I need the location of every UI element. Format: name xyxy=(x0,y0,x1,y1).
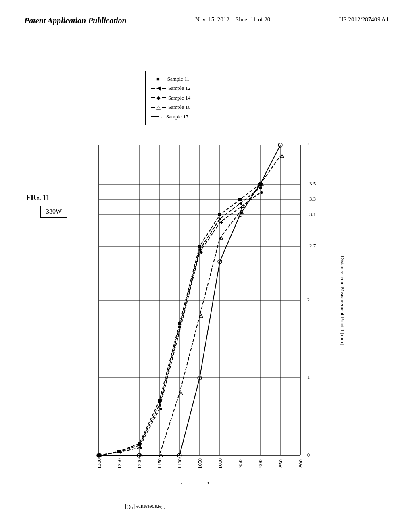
marker-s14-3 xyxy=(139,446,142,449)
page: Patent Application Publication Nov. 15, … xyxy=(0,0,413,532)
chart-legend: ■ Sample 11 ◀ Sample 12 ◆ Sample 14 xyxy=(145,71,196,125)
svg-text:900: 900 xyxy=(257,459,263,468)
page-header: Patent Application Publication Nov. 15, … xyxy=(24,16,389,29)
svg-text:950: 950 xyxy=(237,459,243,468)
svg-text:3.3: 3.3 xyxy=(309,196,316,202)
svg-text:850: 850 xyxy=(277,459,284,468)
marker-s11-8 xyxy=(238,198,242,201)
marker-s11-6 xyxy=(198,245,201,248)
svg-text:1000: 1000 xyxy=(217,458,223,469)
legend-label-sample17: Sample 17 xyxy=(166,112,188,121)
y-axis-ticks: 0 1 2 2.7 3.1 3.3 3.5 4 xyxy=(307,141,316,458)
legend-item-sample12: ◀ Sample 12 xyxy=(151,83,190,93)
date-sheet: Nov. 15, 2012 Sheet 11 of 20 xyxy=(195,16,270,23)
legend-label-sample16: Sample 16 xyxy=(168,102,190,112)
legend-label-sample11: Sample 11 xyxy=(167,74,190,83)
main-chart: 1300 1250 1200 1150 1100 1050 1000 950 9… xyxy=(75,133,357,484)
legend-item-sample16: △ Sample 16 xyxy=(151,102,190,112)
svg-text:1250: 1250 xyxy=(116,458,122,469)
legend-label-sample14: Sample 14 xyxy=(168,93,190,102)
svg-text:1150: 1150 xyxy=(156,458,163,469)
legend-item-sample11: ■ Sample 11 xyxy=(151,74,190,83)
svg-text:2: 2 xyxy=(307,297,310,303)
publication-title: Patent Application Publication xyxy=(24,16,127,25)
marker-s16-5 xyxy=(200,314,203,318)
svg-text:1: 1 xyxy=(307,374,310,380)
svg-text:1200: 1200 xyxy=(136,458,142,469)
legend-label-sample12: Sample 12 xyxy=(168,83,190,93)
x-axis-label-text: Temperature [°C] xyxy=(125,503,165,510)
power-label: 380W xyxy=(40,206,67,218)
marker-s14-6 xyxy=(220,221,223,224)
x-axis-ticks: 1300 1250 1200 1150 1100 1050 1000 950 9… xyxy=(96,458,304,469)
svg-text:4: 4 xyxy=(307,141,310,148)
marker-s14-4 xyxy=(159,407,163,411)
svg-text:3.1: 3.1 xyxy=(309,211,316,217)
svg-text:2.7: 2.7 xyxy=(309,243,316,249)
marker-s14-8 xyxy=(260,191,263,194)
legend-item-sample17: ○ Sample 17 xyxy=(151,112,190,121)
y-axis-label: Distance from Measurement Point 1 [mm] xyxy=(340,256,346,345)
curve-sample16 xyxy=(99,156,280,455)
svg-text:1300: 1300 xyxy=(96,458,102,469)
svg-text:1100: 1100 xyxy=(177,458,183,469)
figure-label: FIG. 11 xyxy=(26,193,50,202)
legend-item-sample14: ◆ Sample 14 xyxy=(151,93,190,102)
patent-number: US 2012/287409 A1 xyxy=(339,16,389,23)
marker-s16-9 xyxy=(280,154,284,158)
svg-text:1050: 1050 xyxy=(197,458,203,469)
marker-s11-7 xyxy=(218,213,221,216)
svg-text:3.5: 3.5 xyxy=(309,181,316,187)
svg-text:0: 0 xyxy=(307,452,310,458)
svg-text:800: 800 xyxy=(298,459,304,468)
x-axis-label: Temperature [°C] xyxy=(181,482,218,484)
